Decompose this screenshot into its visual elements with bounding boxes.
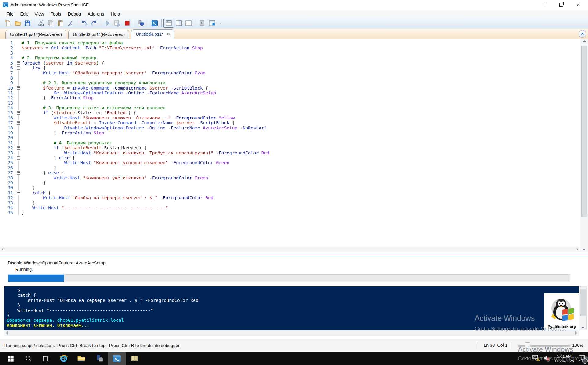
tab-untitled4-ps1-[interactable]: Untitled4.ps1*×: [131, 29, 174, 39]
scroll-down-arrow-icon[interactable]: [583, 249, 586, 250]
save-script-button[interactable]: [23, 19, 32, 27]
code-line-12[interactable]: 12 } -ErrorAction Stop: [0, 95, 580, 100]
taskbar-powershell-button[interactable]: [108, 352, 126, 365]
tab-close-icon[interactable]: ×: [167, 33, 170, 36]
close-button[interactable]: ×: [570, 0, 587, 10]
script-pane-top-button[interactable]: [163, 19, 174, 28]
code-line-34[interactable]: 34 Write-Host "-------------------------…: [0, 205, 580, 210]
code-line-28[interactable]: 28 Write-Host "Компонент уже отключен" -…: [0, 175, 580, 180]
collapse-output-button[interactable]: [579, 30, 586, 38]
code-line-24[interactable]: 24 } else {: [0, 155, 580, 160]
run-selection-button[interactable]: [113, 19, 122, 27]
code-line-13[interactable]: 13: [0, 101, 580, 105]
tab-untitled1-ps1-recovered-[interactable]: Untitled1.ps1*(Recovered): [5, 30, 66, 39]
tray-chevron-up-icon[interactable]: [524, 355, 529, 362]
scroll-down-arrow-icon[interactable]: [581, 327, 584, 328]
menu-file[interactable]: File: [3, 11, 17, 17]
minimize-button[interactable]: [535, 0, 552, 10]
code-line-20[interactable]: 20: [0, 135, 580, 140]
menu-edit[interactable]: Edit: [17, 11, 31, 17]
open-script-button[interactable]: [13, 19, 23, 27]
code-line-8[interactable]: 8: [0, 76, 580, 80]
editor-scroll-thumb[interactable]: [581, 46, 587, 217]
editor-horizontal-scrollbar[interactable]: [0, 247, 580, 252]
taskbar-start-button[interactable]: [2, 352, 20, 365]
fold-toggle-icon[interactable]: [15, 120, 22, 125]
code-line-21[interactable]: 21 # 4. Выводим результат: [0, 140, 580, 145]
console-scroll-thumb[interactable]: [580, 289, 586, 316]
console-vertical-scrollbar[interactable]: [579, 286, 587, 330]
menu-help[interactable]: Help: [107, 11, 123, 17]
code-line-9[interactable]: 9 # 2.1. Выполняем удаленную проверку ко…: [0, 80, 580, 85]
code-line-2[interactable]: 2$servers = Get-Content -Path "C:\Temp\s…: [0, 45, 580, 50]
new-script-button[interactable]: [3, 19, 13, 27]
scroll-up-arrow-icon[interactable]: [583, 40, 586, 42]
action-center-button[interactable]: 1: [578, 354, 586, 363]
code-line-10[interactable]: 10 $feature = Invoke-Command -ComputerNa…: [0, 86, 580, 90]
code-line-31[interactable]: 31 catch {: [0, 190, 580, 195]
menu-debug[interactable]: Debug: [64, 11, 84, 17]
code-line-17[interactable]: 17 $disableResult = Invoke-Command -Comp…: [0, 120, 580, 125]
taskbar-server-manager-button[interactable]: [90, 352, 108, 365]
scroll-left-arrow-icon[interactable]: [2, 248, 3, 251]
menu-view[interactable]: View: [31, 11, 47, 17]
run-script-button[interactable]: [103, 19, 113, 27]
clear-console-pane-button[interactable]: [66, 19, 75, 27]
code-line-7[interactable]: 7 Write-Host "Обработка сервера: $server…: [0, 70, 580, 75]
code-line-6[interactable]: 6 try {: [0, 66, 580, 70]
code-line-18[interactable]: 18 Disable-WindowsOptionalFeature -Onlin…: [0, 126, 580, 130]
new-remote-powershell-tab-button[interactable]: [136, 19, 146, 27]
tray-monitor-warning-icon[interactable]: [532, 354, 540, 363]
scroll-left-arrow-icon[interactable]: [6, 331, 8, 335]
taskbar-internet-explorer-button[interactable]: [55, 352, 73, 365]
show-script-pane-button[interactable]: [207, 19, 217, 27]
console-output-pane[interactable]: } catch { Write-Host "Ошибка на сервере …: [4, 286, 579, 330]
code-line-29[interactable]: 29 }: [0, 180, 580, 185]
code-line-14[interactable]: 14 # 3. Проверяем статус и отключаем есл…: [0, 105, 580, 110]
scroll-right-arrow-icon[interactable]: [575, 331, 577, 335]
fold-toggle-icon[interactable]: [15, 86, 22, 90]
tab-untitled3-ps1-recovered-[interactable]: Untitled3.ps1*(Recovered): [68, 30, 129, 39]
code-line-19[interactable]: 19 } -ErrorAction Stop: [0, 130, 580, 135]
fold-toggle-icon[interactable]: [15, 170, 22, 175]
code-line-23[interactable]: 23 Write-Host "Компонент отключен. Требу…: [0, 151, 580, 155]
taskbar-clock[interactable]: 5:01 AM 11/20/2025: [553, 354, 575, 363]
zoom-slider-thumb[interactable]: [525, 342, 530, 349]
code-line-35[interactable]: 35}: [0, 210, 580, 215]
tray-volume-muted-icon[interactable]: [543, 354, 550, 363]
code-line-30[interactable]: 30 }: [0, 185, 580, 190]
code-line-3[interactable]: 3: [0, 51, 580, 55]
taskbar-file-explorer-button[interactable]: [73, 352, 90, 365]
taskbar-search-button[interactable]: [20, 352, 37, 365]
fold-toggle-icon[interactable]: [15, 145, 22, 150]
code-line-33[interactable]: 33 }: [0, 200, 580, 205]
fold-toggle-icon[interactable]: [15, 155, 22, 160]
copy-button[interactable]: [46, 19, 56, 27]
start-powershell-button[interactable]: [150, 19, 160, 27]
menu-add-ons[interactable]: Add-ons: [84, 11, 107, 17]
code-line-25[interactable]: 25 Write-Host "Компонент успешно отключе…: [0, 160, 580, 165]
restore-button[interactable]: [553, 0, 570, 10]
new-powershell-tab-button[interactable]: [197, 19, 207, 27]
console-horizontal-scrollbar[interactable]: [4, 330, 579, 336]
editor-vertical-scrollbar[interactable]: [580, 39, 588, 252]
fold-toggle-icon[interactable]: [15, 110, 22, 115]
script-editor[interactable]: 1# 1. Получаем список серверов из файла2…: [0, 39, 580, 248]
paste-button[interactable]: [56, 19, 66, 27]
fold-toggle-icon[interactable]: [15, 190, 22, 195]
code-line-16[interactable]: 16 Write-Host "Компонент включен. Отключ…: [0, 115, 580, 120]
code-line-5[interactable]: 5foreach ($server in $servers) {: [0, 61, 580, 66]
code-line-26[interactable]: 26 }: [0, 165, 580, 170]
cut-button[interactable]: [36, 19, 46, 27]
menu-tools[interactable]: Tools: [48, 11, 65, 17]
toolbar-overflow-icon[interactable]: ▾: [218, 20, 222, 26]
redo-button[interactable]: [89, 19, 99, 27]
code-line-27[interactable]: 27 } else {: [0, 170, 580, 175]
code-line-1[interactable]: 1# 1. Получаем список серверов из файла: [0, 41, 580, 45]
fold-toggle-icon[interactable]: [15, 66, 22, 70]
taskbar-book-button[interactable]: [126, 352, 143, 365]
taskbar-task-view-button[interactable]: [37, 352, 55, 365]
code-line-11[interactable]: 11 Get-WindowsOptionalFeature -Online -F…: [0, 90, 580, 95]
code-line-22[interactable]: 22 if ($disableResult.RestartNeeded) {: [0, 145, 580, 150]
undo-button[interactable]: [79, 19, 89, 27]
